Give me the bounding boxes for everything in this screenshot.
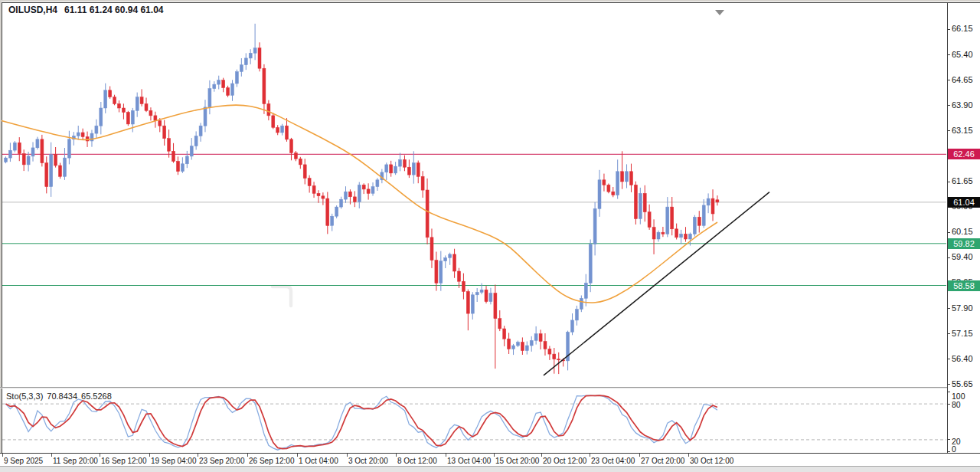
bear-candle <box>308 179 311 186</box>
bear-candle <box>362 185 365 189</box>
bull-candle <box>244 58 247 65</box>
bull-candle <box>530 340 533 346</box>
bear-candle <box>508 339 511 349</box>
bear-candle <box>416 163 420 177</box>
bull-candle <box>589 244 592 284</box>
bear-candle <box>407 167 410 175</box>
bear-candle <box>603 180 606 185</box>
bear-candle <box>498 319 501 329</box>
bear-candle <box>18 143 21 153</box>
bear-candle <box>348 192 351 197</box>
bull-candle <box>185 156 188 164</box>
bull-candle <box>358 185 361 202</box>
bull-candle <box>136 97 139 111</box>
time-tick-mark <box>347 454 348 457</box>
bull-candle <box>331 216 334 225</box>
bear-candle <box>59 166 62 176</box>
bull-candle <box>199 126 202 136</box>
bull-candle <box>235 72 238 84</box>
indicator-panel-bottom-border <box>0 453 980 454</box>
time-tick-mark <box>541 454 542 457</box>
bear-candle <box>312 186 315 194</box>
time-tick-label: 16 Sep 12:00 <box>101 457 147 465</box>
bear-candle <box>503 329 506 339</box>
bear-candle <box>612 192 615 195</box>
bear-candle <box>45 163 48 187</box>
bull-candle <box>376 180 379 187</box>
bear-candle <box>41 139 44 163</box>
bear-candle <box>630 172 633 185</box>
mt4-chart-window: OILUSD,H461.11 61.24 60.94 61.04 Sto(5,3… <box>0 0 980 472</box>
bear-candle <box>172 151 175 161</box>
time-tick-label: 11 Sep 20:00 <box>53 457 98 465</box>
ascending-trendline[interactable] <box>544 192 769 375</box>
time-tick-mark <box>198 454 198 457</box>
support2-price-badge: 58.58 <box>948 280 980 291</box>
bear-candle <box>643 193 646 211</box>
time-tick-mark <box>149 454 150 457</box>
bear-candle <box>163 126 166 139</box>
stochastic-axis[interactable]: 10080200 <box>947 0 980 454</box>
bear-candle <box>126 113 129 124</box>
bull-candle <box>13 143 16 150</box>
bull-candle <box>335 207 338 216</box>
bull-candle <box>639 193 642 218</box>
bear-candle <box>294 153 297 159</box>
stochastic-tick-label: 80 <box>952 400 961 409</box>
bear-candle <box>22 154 25 165</box>
bull-candle <box>77 133 80 136</box>
bull-candle <box>571 320 574 332</box>
time-tick-label: 9 Sep 2025 <box>4 457 43 465</box>
bull-candle <box>449 254 452 257</box>
price-chart-canvas[interactable] <box>0 0 980 472</box>
bear-candle <box>548 349 551 355</box>
bull-candle <box>688 234 691 239</box>
time-tick-label: 30 Oct 12:00 <box>690 457 733 465</box>
bear-candle <box>403 159 407 167</box>
time-tick-mark <box>396 454 397 457</box>
stochastic-main-value: 70.8434 <box>47 392 77 401</box>
bear-candle <box>222 80 225 88</box>
bear-candle <box>426 190 429 238</box>
bear-candle <box>303 165 306 179</box>
bear-candle <box>286 126 289 139</box>
bear-candle <box>544 342 547 349</box>
bull-candle <box>702 205 705 226</box>
time-axis[interactable]: 9 Sep 202511 Sep 20:0016 Sep 12:0019 Sep… <box>0 454 980 466</box>
bear-candle <box>453 254 456 271</box>
bear-candle <box>557 359 560 360</box>
time-tick-mark <box>590 454 590 457</box>
bear-candle <box>621 172 624 182</box>
scroll-to-end-marker-icon[interactable] <box>715 10 724 15</box>
time-tick-label: 8 Oct 12:00 <box>397 457 437 465</box>
stochastic-signal-value: 65.5268 <box>81 392 112 401</box>
bear-candle <box>322 196 325 198</box>
bear-candle <box>353 197 356 202</box>
bear-candle <box>607 185 610 192</box>
bear-candle <box>272 116 275 127</box>
bear-candle <box>634 185 637 218</box>
bear-candle <box>494 293 497 319</box>
bear-candle <box>430 238 433 261</box>
bear-candle <box>140 97 143 104</box>
bear-candle <box>662 232 665 234</box>
chart-title: OILUSD,H461.11 61.24 60.94 61.04 <box>6 5 165 15</box>
bull-candle <box>345 192 348 199</box>
bear-candle <box>227 88 230 96</box>
bull-candle <box>680 234 683 237</box>
bull-candle <box>104 90 107 108</box>
bull-candle <box>213 84 216 89</box>
bull-candle <box>444 257 447 261</box>
bear-candle <box>263 68 266 103</box>
bull-candle <box>50 155 53 187</box>
bull-candle <box>131 110 134 124</box>
bear-candle <box>145 104 148 111</box>
bear-candle <box>81 133 84 137</box>
bull-candle <box>194 136 198 146</box>
time-tick-label: 13 Oct 04:00 <box>447 457 491 465</box>
bull-candle <box>512 346 515 349</box>
symbol-timeframe-label: OILUSD,H4 <box>8 5 57 15</box>
bull-candle <box>412 163 415 175</box>
bull-candle <box>593 208 596 244</box>
bull-candle <box>657 232 660 239</box>
